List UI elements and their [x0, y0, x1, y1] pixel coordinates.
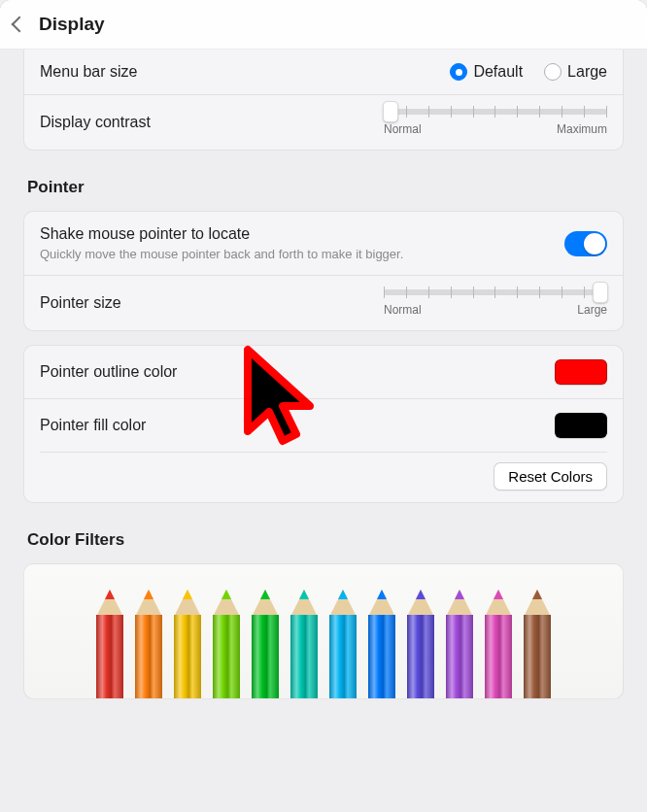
radio-label: Default [473, 63, 523, 81]
shake-pointer-row: Shake mouse pointer to locate Quickly mo… [24, 212, 623, 275]
menu-bar-size-row: Menu bar size Default Large [24, 50, 623, 94]
pencil-icon [89, 590, 130, 699]
pointer-card-2: Pointer outline color Pointer fill color… [23, 345, 624, 503]
pencil-icon [478, 590, 519, 699]
pointer-size-label: Pointer size [40, 294, 384, 312]
pointer-section-header: Pointer [23, 178, 624, 197]
radio-label: Large [567, 63, 607, 81]
pencil-icon [323, 590, 363, 699]
slider-min-label: Normal [384, 122, 422, 136]
shake-pointer-label: Shake mouse pointer to locate [40, 225, 564, 243]
pointer-fill-row: Pointer fill color [24, 398, 623, 452]
color-filters-preview [23, 563, 624, 699]
shake-pointer-toggle[interactable] [564, 231, 607, 256]
pointer-outline-label: Pointer outline color [40, 363, 555, 381]
pointer-outline-swatch[interactable] [555, 359, 607, 385]
pencil-icon [245, 590, 286, 699]
pointer-card-1: Shake mouse pointer to locate Quickly mo… [23, 211, 624, 331]
slider-max-label: Large [577, 303, 607, 317]
display-contrast-row: Display contrast Normal Maximum [24, 94, 623, 150]
pencil-icon [439, 590, 480, 699]
color-filters-section-header: Color Filters [23, 530, 624, 550]
slider-thumb[interactable] [383, 101, 398, 122]
menu-bar-size-default-radio[interactable]: Default [450, 63, 523, 81]
pointer-outline-row: Pointer outline color [24, 346, 623, 398]
pointer-size-slider[interactable]: Normal Large [384, 289, 607, 317]
pencil-icon [361, 590, 402, 699]
menu-bar-size-label: Menu bar size [40, 63, 450, 81]
pointer-fill-label: Pointer fill color [40, 417, 555, 434]
display-card: Menu bar size Default Large Display cont… [23, 50, 624, 151]
pencil-icon [128, 590, 169, 699]
page-title: Display [39, 14, 105, 35]
slider-thumb[interactable] [593, 282, 608, 303]
pencil-icon [206, 590, 247, 699]
titlebar: Display [0, 0, 647, 50]
display-contrast-slider[interactable]: Normal Maximum [384, 109, 607, 136]
radio-dot-icon [450, 63, 467, 81]
pointer-fill-swatch[interactable] [555, 413, 607, 438]
slider-min-label: Normal [384, 303, 422, 317]
menu-bar-size-large-radio[interactable]: Large [544, 63, 607, 81]
reset-colors-row: Reset Colors [24, 453, 623, 502]
radio-dot-icon [544, 63, 562, 81]
pencils-row [24, 590, 623, 699]
back-button[interactable] [12, 17, 28, 33]
window: Display Menu bar size Default Large [0, 0, 647, 812]
pencil-icon [517, 590, 558, 699]
pencil-icon [400, 590, 441, 699]
display-contrast-label: Display contrast [40, 114, 384, 131]
content: Menu bar size Default Large Display cont… [0, 50, 647, 812]
pointer-size-row: Pointer size Normal Large [24, 275, 623, 330]
pencil-icon [167, 590, 208, 699]
pencil-icon [284, 590, 324, 699]
reset-colors-button[interactable]: Reset Colors [494, 462, 607, 491]
shake-pointer-sub: Quickly move the mouse pointer back and … [40, 247, 564, 261]
slider-max-label: Maximum [557, 122, 607, 136]
